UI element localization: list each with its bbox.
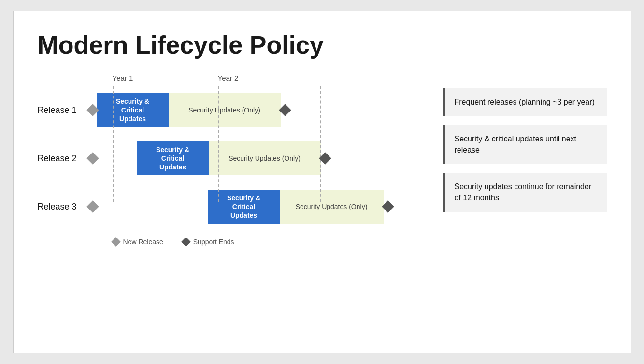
bar-container-r1: Security & Critical Updates Security Upd… bbox=[97, 93, 428, 127]
blue-bar-r2: Security & Critical Updates bbox=[137, 141, 209, 175]
blue-bar-r3: Security & Critical Updates bbox=[208, 190, 280, 224]
yellow-bar-r2: Security Updates (Only) bbox=[209, 141, 321, 175]
bar-container-r2: Security & Critical Updates Security Upd… bbox=[97, 141, 428, 175]
dashed-line-mid bbox=[218, 86, 219, 202]
release-3-label: Release 3 bbox=[38, 202, 88, 212]
right-section: Frequent releases (planning ~3 per year)… bbox=[443, 88, 607, 246]
year-label-2: Year 2 bbox=[218, 74, 353, 82]
left-section: Year 1 Year 2 Release 1 Security & Criti… bbox=[38, 74, 428, 246]
diamond-r3-end bbox=[382, 200, 394, 212]
dashed-line-year1 bbox=[113, 86, 114, 202]
legend-diamond-new bbox=[111, 237, 121, 247]
bar-container-r3: Security & Critical Updates Security Upd… bbox=[97, 190, 428, 224]
release-2-label: Release 2 bbox=[38, 154, 88, 164]
info-box-2: Security & critical updates until next r… bbox=[443, 125, 607, 164]
legend-new-release-label: New Release bbox=[123, 238, 163, 246]
slide: Modern Lifecycle Policy Year 1 Year 2 Re… bbox=[13, 11, 631, 353]
release-row-3: Release 3 Security & Critical Updates Se… bbox=[38, 182, 428, 231]
timeline-rows: Release 1 Security & Critical Updates Se… bbox=[38, 86, 428, 231]
release-row-2: Release 2 Security & Critical Updates Se… bbox=[38, 134, 428, 182]
info-box-3: Security updates continue for remainder … bbox=[443, 173, 607, 212]
year-label-1: Year 1 bbox=[113, 74, 218, 82]
release-row-1: Release 1 Security & Critical Updates Se… bbox=[38, 86, 428, 134]
yellow-bar-r1: Security Updates (Only) bbox=[169, 93, 281, 127]
page-title: Modern Lifecycle Policy bbox=[38, 30, 607, 59]
legend-support-ends: Support Ends bbox=[183, 238, 234, 246]
diagram-area: Year 1 Year 2 Release 1 Security & Criti… bbox=[38, 74, 607, 246]
legend-new-release: New Release bbox=[113, 238, 163, 246]
blue-bar-r1: Security & Critical Updates bbox=[97, 93, 169, 127]
legend-diamond-end bbox=[181, 237, 191, 247]
dashed-line-year2 bbox=[320, 86, 321, 202]
info-box-1: Frequent releases (planning ~3 per year) bbox=[443, 88, 607, 116]
release-1-label: Release 1 bbox=[38, 105, 88, 115]
year-labels: Year 1 Year 2 bbox=[113, 74, 428, 82]
legend: New Release Support Ends bbox=[113, 238, 428, 246]
legend-support-ends-label: Support Ends bbox=[193, 238, 234, 246]
yellow-bar-r3: Security Updates (Only) bbox=[280, 190, 384, 224]
diamond-r1-end bbox=[279, 104, 291, 116]
